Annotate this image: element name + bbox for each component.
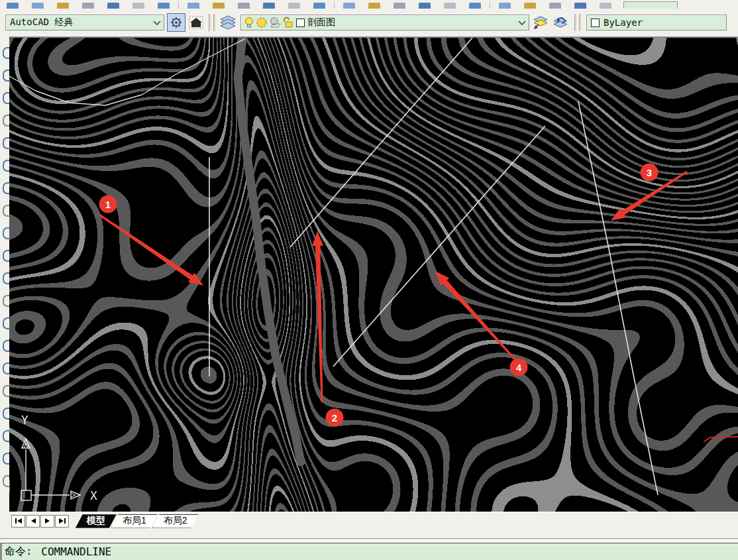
left-toolbar-button-clipped[interactable]: [3, 295, 9, 307]
command-prompt: 命令:: [2, 545, 32, 559]
toolbar-button-clipped[interactable]: [132, 3, 144, 9]
toolbar-button-clipped[interactable]: [82, 3, 94, 9]
toolbar-grip[interactable]: [574, 14, 581, 31]
workspace-selector[interactable]: AutoCAD 经典: [5, 15, 164, 30]
left-toolbar-button-clipped[interactable]: [3, 430, 9, 442]
tab-nav-last-button[interactable]: [55, 515, 69, 528]
layers-arrow-icon: [533, 15, 549, 30]
layers-icon: [220, 15, 236, 30]
toolbar-button-clipped[interactable]: [549, 3, 561, 9]
toolbar-button-clipped[interactable]: [600, 3, 611, 9]
left-toolbar-button-clipped[interactable]: [3, 70, 9, 82]
left-toolbar-button-clipped[interactable]: [3, 227, 9, 239]
toolbar-button-clipped[interactable]: [499, 3, 511, 9]
layout-tab-bar: 模型 布局1 布局2: [0, 512, 738, 530]
tab-nav-next-button[interactable]: [40, 515, 54, 528]
viewport-freeze-icon[interactable]: [269, 17, 282, 28]
toolbar-button-clipped[interactable]: [524, 3, 536, 9]
toolbar-button-clipped[interactable]: [288, 3, 300, 9]
left-toolbar-button-clipped[interactable]: [3, 47, 9, 59]
command-text: COMMANDLINE: [32, 545, 112, 558]
command-line[interactable]: 命令: COMMANDLINE: [0, 543, 738, 560]
left-toolbar-button-clipped[interactable]: [3, 92, 9, 104]
toolbar-button-clipped[interactable]: [394, 3, 405, 9]
toolbar-button-clipped[interactable]: [263, 3, 275, 9]
left-toolbar-button-clipped[interactable]: [3, 272, 9, 284]
toolbar-button-clipped[interactable]: [444, 3, 456, 9]
layer-previous-button[interactable]: [551, 13, 570, 32]
tab-layout1[interactable]: 布局1: [111, 514, 158, 528]
make-object-layer-current-button[interactable]: [531, 13, 550, 32]
left-toolbar-button-clipped[interactable]: [3, 182, 9, 194]
toolbar-button-clipped[interactable]: [187, 3, 199, 9]
lightbulb-on-icon[interactable]: [244, 17, 254, 28]
toolbar-button-clipped[interactable]: [158, 3, 170, 9]
current-color-swatch: [591, 19, 600, 27]
gear-icon: [170, 16, 183, 29]
lock-open-icon[interactable]: [283, 17, 293, 28]
layer-color-swatch[interactable]: [296, 19, 305, 27]
left-toolbar-button-clipped[interactable]: [3, 317, 9, 329]
tab-nav-prev-button[interactable]: [26, 515, 40, 528]
toolbar-button-clipped[interactable]: [313, 3, 325, 9]
tab-model[interactable]: 模型: [76, 514, 117, 528]
toolbar-button-clipped[interactable]: [574, 3, 586, 9]
drawing-viewport[interactable]: [9, 36, 738, 512]
tab-nav-first-button[interactable]: [11, 515, 25, 528]
contour-map-canvas[interactable]: [9, 38, 738, 512]
left-toolbar-button-clipped[interactable]: [3, 475, 9, 487]
toolbar-row: AutoCAD 经典: [0, 9, 738, 36]
toolbar-grip[interactable]: [209, 14, 215, 31]
left-toolbar-button-clipped[interactable]: [3, 340, 9, 352]
top-toolbar-clipped: [0, 0, 738, 9]
left-toolbar-button-clipped[interactable]: [3, 385, 9, 397]
sun-thaw-icon[interactable]: [256, 17, 268, 28]
left-toolbar-button-clipped[interactable]: [3, 160, 9, 172]
left-toolbar-button-clipped[interactable]: [3, 137, 9, 149]
tab-layout2[interactable]: 布局2: [152, 514, 199, 528]
house-icon: [189, 16, 203, 29]
toolbar-button-clipped[interactable]: [107, 3, 119, 9]
toolbar-button-clipped[interactable]: [368, 3, 380, 9]
chevron-down-icon[interactable]: [518, 17, 526, 28]
left-toolbar-clipped: [0, 36, 10, 512]
toolbar-button-clipped[interactable]: [32, 3, 44, 9]
left-toolbar-button-clipped[interactable]: [3, 453, 9, 465]
left-toolbar-button-clipped[interactable]: [3, 408, 9, 420]
left-toolbar-button-clipped[interactable]: [3, 205, 9, 217]
left-toolbar-button-clipped[interactable]: [3, 363, 9, 374]
workspace-selector-value: AutoCAD 经典: [6, 17, 73, 28]
toolbar-combo-clipped[interactable]: [623, 1, 678, 9]
my-workspace-button[interactable]: [187, 13, 205, 32]
color-selector-value: ByLayer: [604, 17, 643, 28]
toolbar-button-clipped[interactable]: [469, 3, 481, 9]
toolbar-button-clipped[interactable]: [57, 3, 69, 9]
toolbar-button-clipped[interactable]: [7, 3, 19, 9]
chevron-down-icon[interactable]: [153, 17, 161, 28]
toolbar-button-clipped[interactable]: [343, 3, 355, 9]
layer-properties-button[interactable]: [219, 13, 237, 32]
layer-selector-value: 剖面图: [307, 17, 335, 28]
workspace-settings-button[interactable]: [167, 13, 185, 32]
toolbar-button-clipped[interactable]: [213, 3, 225, 9]
toolbar-button-clipped[interactable]: [419, 3, 431, 9]
statusbar-gap: [0, 529, 738, 543]
layer-selector[interactable]: 剖面图: [240, 15, 529, 30]
left-toolbar-button-clipped[interactable]: [3, 115, 9, 127]
left-toolbar-button-clipped[interactable]: [3, 250, 9, 262]
layers-undo-icon: [553, 15, 568, 30]
toolbar-button-clipped[interactable]: [238, 3, 250, 9]
color-selector[interactable]: ByLayer: [586, 15, 727, 30]
